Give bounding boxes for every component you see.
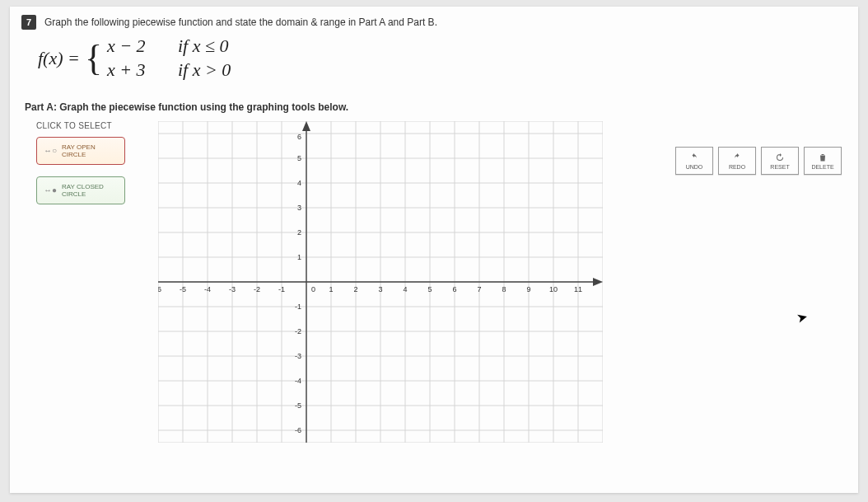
case2-expr: x + 3 [107,59,163,82]
tool-palette: CLICK TO SELECT ↔○ RAY OPEN CIRCLE ↔● RA… [36,121,143,446]
svg-text:-5: -5 [295,401,301,410]
svg-text:3: 3 [378,285,382,293]
svg-text:11: 11 [574,285,582,293]
case1-expr: x − 2 [107,35,163,59]
svg-text:-2: -2 [295,327,301,335]
svg-text:-4: -4 [295,377,301,385]
x-tick-labels: -6 -5 -4 -3 -2 -1 0 1 2 3 4 5 6 7 8 9 10 [158,285,582,293]
ray-closed-circle-tool[interactable]: ↔● RAY CLOSED CIRCLE [36,176,125,204]
delete-label: DELETE [811,164,833,170]
piecewise-formula: f(x) = { x − 2 if x ≤ 0 x + 3 if x > 0 [38,35,830,82]
svg-text:0: 0 [311,285,315,293]
question-header: 7 Graph the following piecewise function… [21,15,847,30]
palette-title: CLICK TO SELECT [36,121,143,130]
redo-button[interactable]: REDO [718,147,756,175]
svg-text:9: 9 [526,285,530,293]
ray-closed-icon: ↔● [44,185,57,195]
trash-icon [818,152,828,162]
svg-text:6: 6 [297,133,301,141]
undo-button[interactable]: UNDO [675,147,713,175]
reset-icon [775,152,785,162]
action-toolbar: UNDO REDO RESET DELETE [675,147,842,175]
svg-text:4: 4 [297,179,301,187]
svg-text:-6: -6 [295,426,301,434]
brace-icon: { [85,42,102,75]
part-a-label: Part A: Graph the piecewise function usi… [25,101,847,113]
reset-button[interactable]: RESET [761,147,799,175]
svg-text:5: 5 [297,154,301,162]
svg-text:5: 5 [427,285,432,293]
svg-text:4: 4 [403,285,407,293]
redo-icon [732,152,742,162]
svg-text:2: 2 [297,228,301,237]
svg-text:-5: -5 [180,285,186,293]
graph-container: -6 -5 -4 -3 -2 -1 0 1 2 3 4 5 6 7 8 9 10 [158,121,603,446]
svg-text:10: 10 [549,285,558,293]
delete-button[interactable]: DELETE [804,147,842,175]
y-tick-labels: 1 2 3 4 5 6 -1 -2 -3 -4 -5 -6 [295,133,301,434]
coordinate-grid[interactable]: -6 -5 -4 -3 -2 -1 0 1 2 3 4 5 6 7 8 9 10 [158,121,603,443]
question-prompt: Graph the following piecewise function a… [44,15,437,30]
svg-text:-4: -4 [204,285,211,293]
svg-text:1: 1 [297,253,301,261]
question-number-badge: 7 [21,15,36,30]
svg-text:6: 6 [452,285,456,293]
svg-text:-1: -1 [295,303,301,311]
reset-label: RESET [770,164,789,170]
ray-closed-label: RAY CLOSED CIRCLE [62,183,118,199]
redo-label: REDO [729,164,745,170]
svg-text:-3: -3 [295,352,301,360]
svg-text:-2: -2 [254,285,260,293]
svg-text:1: 1 [329,285,333,293]
undo-icon [689,152,699,162]
case2-cond: if x > 0 [178,59,231,82]
svg-text:3: 3 [297,204,301,212]
case1-cond: if x ≤ 0 [178,35,229,59]
ray-open-circle-tool[interactable]: ↔○ RAY OPEN CIRCLE [36,137,125,165]
formula-lhs: f(x) = [38,48,80,69]
svg-text:-1: -1 [278,285,285,293]
svg-text:7: 7 [477,285,481,293]
svg-text:-3: -3 [229,285,236,293]
svg-text:8: 8 [502,285,506,293]
svg-text:2: 2 [353,285,357,293]
ray-open-label: RAY OPEN CIRCLE [62,143,118,159]
question-page: 7 Graph the following piecewise function… [10,7,858,493]
svg-text:-6: -6 [158,285,161,293]
undo-label: UNDO [686,164,703,170]
svg-marker-35 [593,278,603,286]
svg-marker-37 [302,121,310,131]
ray-open-icon: ↔○ [44,146,57,156]
